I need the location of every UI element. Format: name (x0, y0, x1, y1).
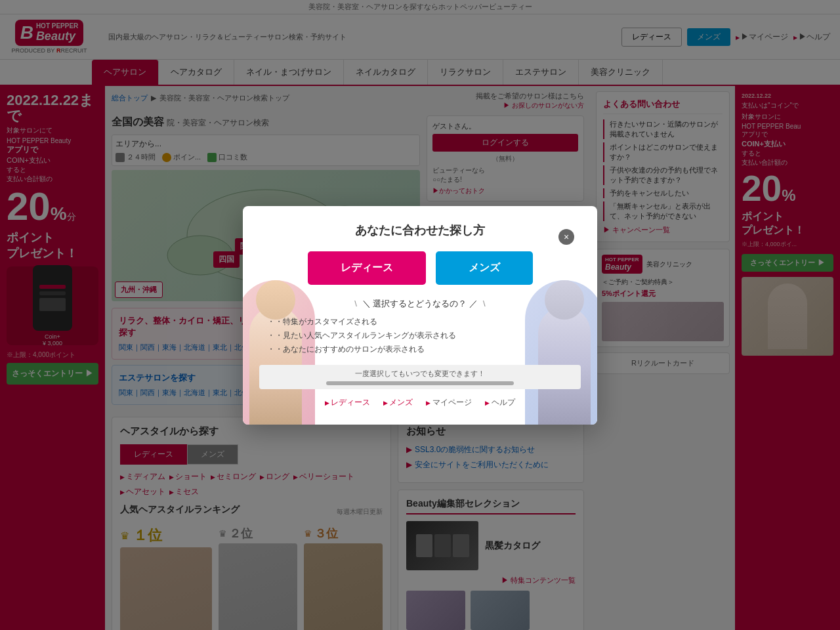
arrow-mypage-icon: ▶ (426, 400, 430, 406)
modal-title: あなたに合わせた探し方 (259, 222, 581, 238)
modal-features: ・特集がカスタマイズされる ・見たい人気ヘアスタイルランキングが表示される ・あ… (259, 316, 581, 355)
arrow-help-icon: ▶ (485, 400, 490, 406)
modal-desc-title: ＼ 選択するとどうなるの？ ／ (259, 298, 581, 310)
modal-notice-text: 一度選択してもいつでも変更できます！ (355, 369, 485, 377)
modal-sub-ladies[interactable]: レディース (325, 397, 370, 408)
modal-sub-mypage-text: マイページ (432, 398, 472, 407)
modal-sub-help-text: ヘルプ (492, 398, 515, 407)
feature-3: ・あなたにおすすめのサロンが表示される (259, 344, 581, 355)
modal-sub-mens[interactable]: メンズ (383, 397, 413, 408)
modal-notice: 一度選択してもいつでも変更できます！ (259, 365, 581, 389)
modal-close-btn[interactable]: × (558, 229, 574, 245)
progress-bar (326, 381, 514, 385)
modal-sub-btns: レディース メンズ ▶ マイページ ▶ ヘルプ (259, 397, 581, 408)
modal: × あなたに合わせた探し方 レディース メンズ ＼ 選択するとどうなるの？ ／ … (243, 206, 597, 425)
feature-1: ・特集がカスタマイズされる (259, 316, 581, 327)
modal-sub-help[interactable]: ▶ ヘルプ (485, 397, 515, 408)
modal-ladies-btn[interactable]: レディース (308, 251, 426, 285)
modal-sub-mypage[interactable]: ▶ マイページ (426, 397, 472, 408)
feature-2: ・見たい人気ヘアスタイルランキングが表示される (259, 330, 581, 341)
modal-inner: × あなたに合わせた探し方 レディース メンズ ＼ 選択するとどうなるの？ ／ … (259, 222, 581, 408)
modal-overlay[interactable]: × あなたに合わせた探し方 レディース メンズ ＼ 選択するとどうなるの？ ／ … (0, 0, 840, 630)
modal-buttons: レディース メンズ (259, 251, 581, 285)
modal-mens-btn[interactable]: メンズ (436, 251, 533, 285)
